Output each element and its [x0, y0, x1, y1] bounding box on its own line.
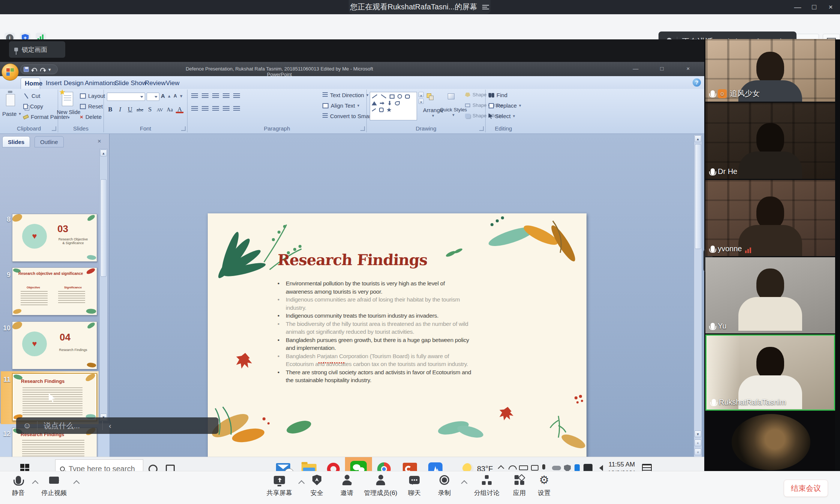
find-button[interactable]: Find	[489, 92, 507, 98]
stop-video-button[interactable]: 停止视频	[39, 474, 69, 497]
chat-input-placeholder[interactable]: 说点什么...	[44, 421, 80, 431]
slide-thumbnail-9[interactable]: Research objective and significance Obje…	[12, 267, 97, 315]
close-button[interactable]: ×	[825, 2, 836, 13]
strikethrough-button[interactable]: abe	[136, 105, 144, 114]
slide-thumbnail-8[interactable]: ♥ 03 Research Objective& Significance	[12, 214, 97, 262]
arrange-button[interactable]	[427, 93, 433, 99]
replace-button[interactable]: Replace▾	[489, 102, 521, 109]
ppt-minimize-button[interactable]: —	[630, 64, 641, 73]
char-spacing-button[interactable]: AV	[156, 105, 164, 114]
font-color-button[interactable]: A	[176, 106, 184, 113]
qat-customize-icon[interactable]: ▾	[48, 67, 51, 72]
delete-button[interactable]: ×Delete	[80, 114, 102, 120]
undo-icon[interactable]	[32, 68, 37, 71]
increase-indent-icon[interactable]	[223, 93, 230, 99]
mute-button[interactable]: 静音	[5, 474, 32, 497]
panel-scroll-thumb[interactable]	[100, 179, 106, 277]
cut-button[interactable]: Cut	[23, 93, 40, 99]
panel-scrollbar[interactable]: ▲ ▼	[99, 149, 108, 421]
shrink-font-button[interactable]: A▼	[174, 93, 183, 99]
italic-button[interactable]: I	[116, 105, 124, 114]
ppt-close-button[interactable]: ×	[682, 64, 694, 73]
bold-button[interactable]: B	[106, 105, 114, 114]
wifi-icon[interactable]	[508, 465, 517, 470]
office-button[interactable]	[2, 63, 19, 81]
copy-button[interactable]: Copy	[23, 103, 43, 110]
apps-button[interactable]: 应用	[507, 474, 532, 497]
tab-slides-panel[interactable]: Slides	[2, 136, 30, 147]
slide-thumbnail-10[interactable]: ♥ 04 Research Findings	[12, 321, 97, 369]
mute-options-caret[interactable]	[32, 480, 39, 487]
tab-home[interactable]: Home	[21, 78, 40, 89]
current-slide[interactable]: Research Findings Environmental pollutio…	[208, 213, 586, 460]
workspace-scrollbar[interactable]: ▲ ▼ « «	[694, 135, 702, 470]
security-button[interactable]: 安全	[304, 474, 329, 497]
change-case-button[interactable]: Aa	[166, 105, 174, 114]
slide-thumbnail-11-selected[interactable]: Research Findings	[12, 373, 97, 421]
decrease-indent-icon[interactable]	[212, 93, 219, 99]
grow-font-button[interactable]: A▲	[161, 93, 171, 99]
redo-icon[interactable]	[40, 68, 45, 71]
underline-button[interactable]: U	[126, 105, 134, 114]
reset-button[interactable]: Reset	[80, 103, 103, 110]
record-options-caret[interactable]	[461, 480, 468, 487]
font-name-combo[interactable]	[107, 93, 145, 101]
video-tile-2[interactable]: Dr He	[705, 103, 835, 179]
align-text-button[interactable]: Align Text▾	[322, 102, 359, 109]
onedrive-icon[interactable]	[552, 466, 561, 470]
new-slide-button[interactable]	[62, 92, 73, 106]
video-tile-5-speaking[interactable]: RukshatRafaTasnim	[705, 334, 835, 411]
tab-outline-panel[interactable]: Outline	[34, 136, 64, 147]
previous-slide-button[interactable]: «	[694, 440, 701, 446]
camera-tray-icon[interactable]	[531, 465, 538, 471]
new-slide-label[interactable]: New Slide▾	[60, 109, 78, 120]
chat-overlay[interactable]: ☺ 说点什么... ‹	[16, 417, 219, 434]
clipboard-dialog-launcher[interactable]	[52, 126, 56, 131]
paste-label[interactable]: Paste▾	[2, 111, 21, 117]
line-spacing-icon[interactable]	[233, 93, 240, 99]
share-options-caret[interactable]	[298, 480, 305, 487]
watching-banner[interactable]: 您正在观看RukshatRafaTasni...的屏幕	[349, 0, 490, 14]
drawing-dialog-launcher[interactable]	[479, 126, 484, 131]
video-tile-1[interactable]: ☺ 追风少女	[705, 39, 835, 102]
start-button[interactable]	[20, 464, 24, 468]
paragraph-dialog-launcher[interactable]	[360, 126, 365, 131]
manage-members-button[interactable]: 管理成员(6)	[361, 474, 400, 497]
justify-icon[interactable]	[223, 106, 230, 112]
settings-button[interactable]: ⚙ 设置	[532, 474, 556, 497]
shapes-scroll[interactable]: ▲ ▼	[418, 92, 424, 104]
record-button[interactable]: 录制	[432, 474, 457, 497]
select-button[interactable]: Select▾	[489, 113, 515, 119]
menu-icon[interactable]	[482, 5, 489, 9]
end-meeting-button[interactable]: 结束会议	[784, 480, 828, 497]
bullets-icon[interactable]	[191, 93, 198, 99]
font-size-combo[interactable]	[147, 93, 159, 101]
battery-icon[interactable]	[519, 465, 528, 470]
chat-button[interactable]: 聊天	[402, 474, 427, 497]
font-dialog-launcher[interactable]	[181, 126, 186, 131]
panel-close-icon[interactable]: ×	[98, 138, 101, 145]
align-left-icon[interactable]	[191, 106, 198, 112]
bluetooth-icon[interactable]	[574, 464, 580, 472]
numbering-icon[interactable]	[202, 93, 208, 99]
breakout-rooms-button[interactable]: 分组讨论	[468, 474, 506, 497]
shadow-button[interactable]: S	[146, 105, 154, 114]
ppt-title-bar[interactable]: Defence Presentation, Rukshat Rafa Tasni…	[0, 62, 704, 76]
ppt-maximize-button[interactable]: □	[656, 64, 668, 73]
speaker-icon[interactable]	[596, 465, 603, 471]
align-center-icon[interactable]	[202, 106, 208, 112]
tray-overflow-icon[interactable]	[498, 465, 504, 472]
scroll-thumb[interactable]	[695, 144, 701, 249]
share-screen-button[interactable]: 共享屏幕	[264, 474, 294, 497]
quick-styles-label[interactable]: Quick Styles▾	[443, 107, 464, 117]
align-right-icon[interactable]	[212, 106, 219, 112]
video-options-caret[interactable]	[74, 480, 80, 487]
maximize-button[interactable]: □	[808, 2, 820, 13]
invite-button[interactable]: 邀请	[334, 474, 359, 497]
video-tile-6[interactable]	[705, 412, 835, 471]
help-button[interactable]: ?	[693, 78, 701, 87]
tab-view[interactable]: View	[162, 78, 183, 89]
text-direction-button[interactable]: Text Direction▾	[322, 92, 368, 98]
pin-screen-button[interactable]: 锁定画面	[9, 41, 65, 58]
video-tile-3[interactable]: yvonne	[705, 180, 835, 256]
